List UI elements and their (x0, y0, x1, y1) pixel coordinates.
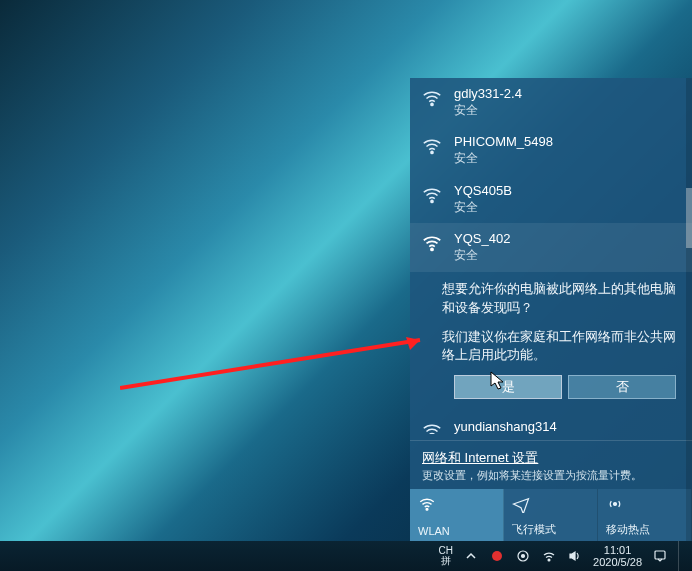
prompt-line-2: 我们建议你在家庭和工作网络而非公共网络上启用此功能。 (442, 328, 676, 366)
network-name: YQS405B (454, 183, 512, 200)
svg-point-1 (431, 152, 433, 154)
wifi-icon (420, 231, 444, 255)
wifi-icon (420, 86, 444, 110)
tray-chevron-icon[interactable] (463, 548, 479, 564)
wifi-icon (420, 419, 444, 434)
svg-point-2 (431, 200, 433, 202)
network-settings-link[interactable]: 网络和 Internet 设置 更改设置，例如将某连接设置为按流量计费。 (410, 441, 692, 489)
scrollbar-thumb[interactable] (686, 188, 692, 248)
network-security: 安全 (454, 151, 553, 167)
network-name: PHICOMM_5498 (454, 134, 553, 151)
svg-line-7 (120, 340, 420, 388)
ime-indicator[interactable]: CH 拼 (439, 546, 453, 566)
network-item[interactable]: YQS405B 安全 (410, 175, 692, 223)
tray-location-icon[interactable] (515, 548, 531, 564)
network-security: 安全 (454, 103, 522, 119)
settings-title: 网络和 Internet 设置 (422, 449, 680, 467)
tile-label: 移动热点 (606, 522, 683, 537)
tray-record-icon[interactable] (489, 548, 505, 564)
quick-action-tiles: WLAN 飞行模式 移动热点 (410, 489, 692, 541)
network-item[interactable]: yundianshang314 安全 (410, 411, 692, 434)
yes-button[interactable]: 是 (454, 375, 562, 399)
network-item-selected[interactable]: YQS_402 安全 (410, 223, 692, 271)
svg-rect-12 (655, 551, 665, 559)
wlan-tile[interactable]: WLAN (410, 489, 504, 541)
taskbar: CH 拼 11:01 2020/5/28 (0, 541, 692, 571)
taskbar-clock[interactable]: 11:01 2020/5/28 (593, 544, 642, 568)
airplane-icon (512, 495, 589, 515)
notifications-icon[interactable] (652, 548, 668, 564)
svg-point-3 (431, 249, 433, 251)
clock-time: 11:01 (604, 544, 632, 556)
network-name: gdly331-2.4 (454, 86, 522, 103)
hotspot-icon (606, 495, 683, 515)
no-button[interactable]: 否 (568, 375, 676, 399)
network-security: 安全 (454, 248, 510, 264)
svg-point-5 (426, 508, 428, 510)
network-item[interactable]: PHICOMM_5498 安全 (410, 126, 692, 174)
ime-mode: 拼 (441, 556, 451, 566)
network-name: YQS_402 (454, 231, 510, 248)
svg-point-6 (614, 503, 617, 506)
tray-network-icon[interactable] (541, 548, 557, 564)
wifi-icon (418, 495, 495, 515)
wifi-icon (420, 134, 444, 158)
tile-label: WLAN (418, 525, 495, 537)
network-security: 安全 (454, 200, 512, 216)
airplane-mode-tile[interactable]: 飞行模式 (504, 489, 598, 541)
tray-volume-icon[interactable] (567, 548, 583, 564)
svg-point-10 (522, 555, 525, 558)
tile-label: 飞行模式 (512, 522, 589, 537)
show-desktop-button[interactable] (678, 541, 684, 571)
settings-subtitle: 更改设置，例如将某连接设置为按流量计费。 (422, 468, 680, 483)
clock-date: 2020/5/28 (593, 556, 642, 568)
annotation-arrow (120, 330, 440, 390)
svg-point-11 (548, 559, 550, 561)
panel-scrollbar[interactable] (686, 78, 692, 541)
wifi-icon (420, 183, 444, 207)
network-discovery-prompt: 想要允许你的电脑被此网络上的其他电脑和设备发现吗？ 我们建议你在家庭和工作网络而… (410, 272, 692, 411)
network-item[interactable]: gdly331-2.4 安全 (410, 78, 692, 126)
network-list: gdly331-2.4 安全 PHICOMM_5498 安全 YQS405B 安… (410, 78, 692, 434)
prompt-line-1: 想要允许你的电脑被此网络上的其他电脑和设备发现吗？ (442, 280, 676, 318)
network-name: yundianshang314 (454, 419, 557, 434)
svg-point-0 (431, 103, 433, 105)
mobile-hotspot-tile[interactable]: 移动热点 (598, 489, 692, 541)
network-flyout-panel: gdly331-2.4 安全 PHICOMM_5498 安全 YQS405B 安… (410, 78, 692, 541)
